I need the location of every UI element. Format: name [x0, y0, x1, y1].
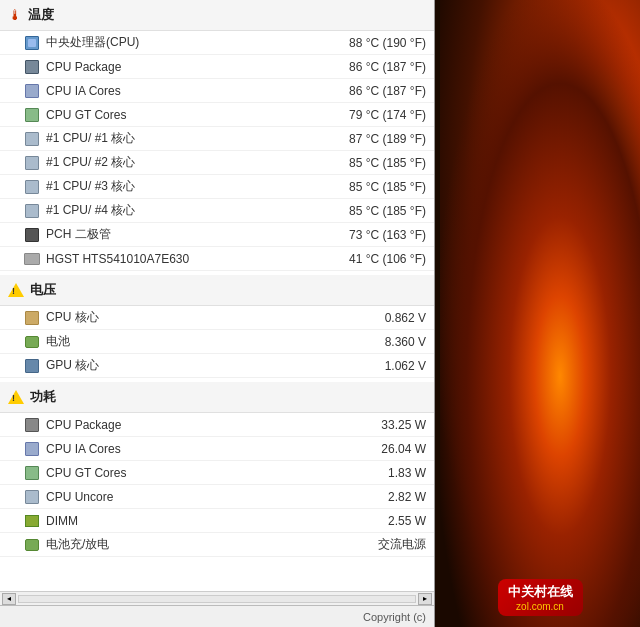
row-label: #1 CPU/ #3 核心	[46, 178, 306, 195]
row-value: 2.82 W	[306, 490, 426, 504]
row-label: HGST HTS541010A7E630	[46, 252, 306, 266]
thermometer-icon: 🌡	[8, 7, 22, 23]
table-row: #1 CPU/ #1 核心 87 °C (189 °F)	[0, 127, 434, 151]
table-row: 电池 8.360 V	[0, 330, 434, 354]
row-value: 86 °C (187 °F)	[306, 60, 426, 74]
gt-icon	[24, 465, 40, 481]
table-row: HGST HTS541010A7E630 41 °C (106 °F)	[0, 247, 434, 271]
warning-icon	[8, 390, 24, 404]
row-value: 26.04 W	[306, 442, 426, 456]
gpu-icon	[24, 358, 40, 374]
table-row: #1 CPU/ #2 核心 85 °C (185 °F)	[0, 151, 434, 175]
row-label: DIMM	[46, 514, 306, 528]
row-value: 87 °C (189 °F)	[306, 132, 426, 146]
row-value: 41 °C (106 °F)	[306, 252, 426, 266]
row-value: 8.360 V	[306, 335, 426, 349]
row-label: GPU 核心	[46, 357, 306, 374]
background-fire	[440, 0, 640, 627]
batt-icon	[24, 537, 40, 553]
zol-watermark: 中关村在线 zol.com.cn	[440, 567, 640, 627]
row-value: 0.862 V	[306, 311, 426, 325]
status-bar: Copyright (c)	[0, 605, 434, 627]
row-value: 73 °C (163 °F)	[306, 228, 426, 242]
row-value: 2.55 W	[306, 514, 426, 528]
scroll-left-button[interactable]: ◂	[2, 593, 16, 605]
horizontal-scrollbar[interactable]: ◂ ▸	[0, 591, 434, 605]
row-value: 85 °C (185 °F)	[306, 156, 426, 170]
warning-icon	[8, 283, 24, 297]
dimm-icon	[24, 513, 40, 529]
table-row: 中央处理器(CPU) 88 °C (190 °F)	[0, 31, 434, 55]
cpu1-icon	[24, 155, 40, 171]
row-value: 33.25 W	[306, 418, 426, 432]
row-value: 交流电源	[306, 536, 426, 553]
copyright-text: Copyright (c)	[363, 611, 426, 623]
row-label: #1 CPU/ #4 核心	[46, 202, 306, 219]
cpu1-icon	[24, 131, 40, 147]
scroll-right-button[interactable]: ▸	[418, 593, 432, 605]
row-value: 86 °C (187 °F)	[306, 84, 426, 98]
pkg-icon	[24, 59, 40, 75]
batt-icon	[24, 334, 40, 350]
zol-badge: 中关村在线 zol.com.cn	[498, 579, 583, 616]
pkg2-icon	[24, 417, 40, 433]
table-row: 电池充/放电 交流电源	[0, 533, 434, 557]
table-row: DIMM 2.55 W	[0, 509, 434, 533]
volt-icon	[24, 310, 40, 326]
table-row: CPU Package 86 °C (187 °F)	[0, 55, 434, 79]
row-label: CPU IA Cores	[46, 442, 306, 456]
cpu1-icon	[24, 203, 40, 219]
row-label: CPU 核心	[46, 309, 306, 326]
gt-icon	[24, 107, 40, 123]
table-row: #1 CPU/ #4 核心 85 °C (185 °F)	[0, 199, 434, 223]
scroll-area[interactable]: 🌡 温度 中央处理器(CPU) 88 °C (190 °F) CPU Packa…	[0, 0, 434, 591]
row-label: #1 CPU/ #2 核心	[46, 154, 306, 171]
table-row: CPU IA Cores 26.04 W	[0, 437, 434, 461]
core-icon	[24, 441, 40, 457]
table-row: #1 CPU/ #3 核心 85 °C (185 °F)	[0, 175, 434, 199]
row-value: 1.062 V	[306, 359, 426, 373]
table-row: CPU Uncore 2.82 W	[0, 485, 434, 509]
table-row: CPU Package 33.25 W	[0, 413, 434, 437]
row-value: 88 °C (190 °F)	[306, 36, 426, 50]
cpu-icon	[24, 35, 40, 51]
pch-icon	[24, 227, 40, 243]
row-value: 1.83 W	[306, 466, 426, 480]
row-label: CPU GT Cores	[46, 466, 306, 480]
row-label: CPU GT Cores	[46, 108, 306, 122]
hdd-icon	[24, 251, 40, 267]
row-label: CPU Uncore	[46, 490, 306, 504]
voltage-title: 电压	[30, 281, 56, 299]
row-value: 85 °C (185 °F)	[306, 180, 426, 194]
main-panel: 🌡 温度 中央处理器(CPU) 88 °C (190 °F) CPU Packa…	[0, 0, 435, 627]
row-label: PCH 二极管	[46, 226, 306, 243]
table-row: CPU GT Cores 1.83 W	[0, 461, 434, 485]
zol-url: zol.com.cn	[516, 601, 564, 612]
table-row: PCH 二极管 73 °C (163 °F)	[0, 223, 434, 247]
cpu1-icon	[24, 489, 40, 505]
power-title: 功耗	[30, 388, 56, 406]
row-label: 电池	[46, 333, 306, 350]
row-label: CPU IA Cores	[46, 84, 306, 98]
temperature-section-header: 🌡 温度	[0, 0, 434, 31]
row-label: 电池充/放电	[46, 536, 306, 553]
row-label: #1 CPU/ #1 核心	[46, 130, 306, 147]
row-value: 79 °C (174 °F)	[306, 108, 426, 122]
zol-logo-text: 中关村在线	[508, 583, 573, 601]
table-row: GPU 核心 1.062 V	[0, 354, 434, 378]
table-row: CPU GT Cores 79 °C (174 °F)	[0, 103, 434, 127]
temperature-title: 温度	[28, 6, 54, 24]
row-value: 85 °C (185 °F)	[306, 204, 426, 218]
power-section-header: 功耗	[0, 382, 434, 413]
scroll-track[interactable]	[18, 595, 416, 603]
table-row: CPU IA Cores 86 °C (187 °F)	[0, 79, 434, 103]
row-label: CPU Package	[46, 418, 306, 432]
row-label: 中央处理器(CPU)	[46, 34, 306, 51]
row-label: CPU Package	[46, 60, 306, 74]
table-row: CPU 核心 0.862 V	[0, 306, 434, 330]
core-icon	[24, 83, 40, 99]
cpu1-icon	[24, 179, 40, 195]
voltage-section-header: 电压	[0, 275, 434, 306]
